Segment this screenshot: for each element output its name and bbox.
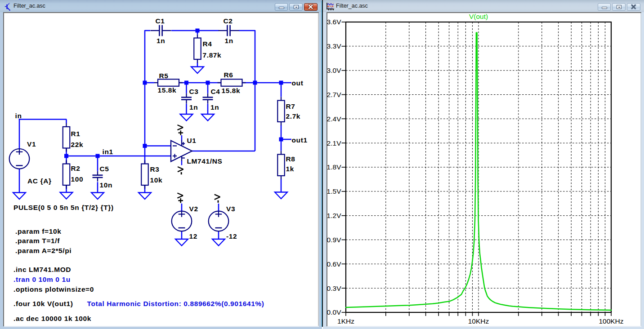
svg-text:C4: C4 <box>211 88 220 95</box>
svg-text:.tran 0 10m 0 1u: .tran 0 10m 0 1u <box>13 276 71 283</box>
svg-text:C3: C3 <box>189 88 199 95</box>
svg-text:Total Harmonic Distortion: 0.8: Total Harmonic Distortion: 0.889662%(0.9… <box>87 300 264 307</box>
svg-text:V3: V3 <box>226 205 235 213</box>
svg-text:0.9V: 0.9V <box>327 236 342 244</box>
svg-text:1n: 1n <box>210 103 219 111</box>
svg-text:R2: R2 <box>71 164 80 172</box>
svg-text:1.5V: 1.5V <box>327 187 342 195</box>
svg-text:15.8k: 15.8k <box>222 87 241 94</box>
svg-text:2.1V: 2.1V <box>327 139 342 147</box>
svg-text:C1: C1 <box>156 17 165 25</box>
svg-text:R6: R6 <box>224 71 233 79</box>
svg-text:C5: C5 <box>100 165 109 173</box>
svg-text:.options plotwinsize=0: .options plotwinsize=0 <box>13 285 94 293</box>
svg-text:.four 10k V(out1): .four 10k V(out1) <box>13 300 73 307</box>
svg-text:1n: 1n <box>189 103 198 111</box>
svg-text:-12: -12 <box>226 232 237 240</box>
svg-text:22k: 22k <box>71 141 84 148</box>
svg-text:.param A=2*5/pi: .param A=2*5/pi <box>15 247 72 254</box>
svg-text:1n: 1n <box>225 37 233 44</box>
svg-text:V2: V2 <box>189 205 198 213</box>
svg-text:15.8k: 15.8k <box>158 86 177 94</box>
svg-text:V(out): V(out) <box>469 13 488 20</box>
svg-text:10KHz: 10KHz <box>468 317 489 325</box>
svg-text:100KHz: 100KHz <box>599 317 623 325</box>
svg-text:3.3V: 3.3V <box>327 42 342 50</box>
svg-text:1k: 1k <box>286 165 294 173</box>
svg-text:C2: C2 <box>224 17 233 25</box>
svg-text:0.6V: 0.6V <box>327 260 342 268</box>
svg-text:in: in <box>15 112 22 120</box>
svg-text:R3: R3 <box>150 165 160 173</box>
svg-text:2.7k: 2.7k <box>286 112 301 120</box>
svg-text:.inc LM741.MOD: .inc LM741.MOD <box>13 266 71 273</box>
svg-text:2.4V: 2.4V <box>327 115 342 123</box>
svg-text:1.2V: 1.2V <box>327 212 342 219</box>
svg-text:100: 100 <box>71 175 84 183</box>
svg-text:3.6V: 3.6V <box>327 18 342 26</box>
svg-text:2.7V: 2.7V <box>327 91 342 98</box>
svg-text:V1: V1 <box>27 140 36 148</box>
svg-text:.param f=10k: .param f=10k <box>15 227 61 235</box>
svg-text:R4: R4 <box>203 40 212 48</box>
svg-text:1n: 1n <box>157 37 165 44</box>
svg-text:R8: R8 <box>286 155 295 163</box>
svg-text:R1: R1 <box>71 130 80 138</box>
svg-text:LM741/NS: LM741/NS <box>187 157 223 165</box>
svg-text:.param T=1/f: .param T=1/f <box>15 237 60 245</box>
svg-text:10n: 10n <box>100 181 113 189</box>
svg-text:PULSE(0 5 0 5n 5n {T/2} {T}): PULSE(0 5 0 5n 5n {T/2} {T}) <box>13 204 114 211</box>
svg-text:12: 12 <box>189 232 197 240</box>
svg-text:in1: in1 <box>103 148 113 156</box>
svg-text:U1: U1 <box>187 137 197 144</box>
svg-text:R5: R5 <box>159 72 169 80</box>
svg-text:1.8V: 1.8V <box>327 163 342 171</box>
svg-text:AC {A}: AC {A} <box>27 177 52 185</box>
svg-text:out: out <box>292 79 304 87</box>
svg-text:0.3V: 0.3V <box>327 285 342 292</box>
svg-text:0.0V: 0.0V <box>327 308 342 316</box>
svg-text:7.87k: 7.87k <box>203 51 222 59</box>
svg-text:10k: 10k <box>150 176 163 184</box>
svg-text:1KHz: 1KHz <box>337 317 354 325</box>
svg-text:R7: R7 <box>286 102 295 110</box>
svg-text:out1: out1 <box>292 136 308 144</box>
svg-text:.ac dec 10000 1k 100k: .ac dec 10000 1k 100k <box>13 315 91 322</box>
svg-text:3.0V: 3.0V <box>327 67 342 74</box>
